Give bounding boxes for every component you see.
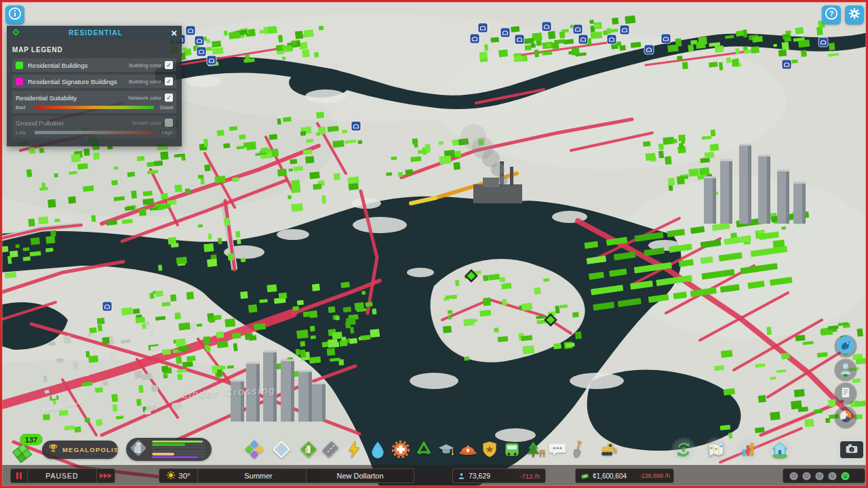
help-button[interactable]: ? [822, 5, 841, 24]
temperature-value: 30° [178, 472, 190, 480]
bridge-marker-icon [542, 22, 551, 31]
transportation-icon[interactable] [502, 439, 522, 460]
money-rate: -138,699 /h [639, 472, 670, 479]
happiness-face-neutral-icon [802, 471, 812, 481]
demand-panel[interactable] [126, 438, 212, 461]
chirper-button[interactable] [834, 335, 857, 358]
time-controls: PAUSED [10, 468, 115, 483]
electricity-icon[interactable] [344, 439, 364, 460]
happiness-face-neutral-icon [814, 471, 825, 481]
weather-panel[interactable]: 30° Summer [159, 468, 319, 483]
garbage-icon[interactable] [414, 439, 434, 460]
signature-checkbox[interactable]: ✓ [165, 77, 173, 85]
pollution-checkbox[interactable] [165, 119, 173, 127]
money-panel[interactable]: ¢1,600,604 -138,699 /h [575, 468, 674, 483]
bridge-marker-icon [644, 45, 654, 54]
signature-buildings-icon[interactable] [298, 439, 319, 460]
population-rate: -712 /h [519, 472, 540, 480]
education-icon[interactable] [436, 439, 456, 460]
radio-icon [837, 408, 854, 427]
zoning-icon[interactable] [244, 439, 264, 460]
money-icon [580, 472, 589, 481]
bridge-marker-icon [620, 25, 629, 35]
status-bar: PAUSED 30° Summer New Dollarton 73,629 [2, 465, 866, 486]
happiness-face-neutral-icon [827, 471, 837, 481]
game-screen: Linden Crossing Evergreen Street ? RESID… [0, 0, 868, 488]
settings-button[interactable] [845, 5, 864, 24]
demand-bar-commercial [152, 450, 205, 452]
camera-icon [844, 441, 859, 459]
statistics-icon[interactable] [738, 439, 758, 460]
happiness-face-neutral-icon [789, 471, 799, 481]
parks-recreation-icon[interactable] [526, 439, 546, 460]
svg-text:¢: ¢ [682, 446, 686, 453]
infoviews-icon[interactable] [706, 439, 726, 460]
bridge-marker-icon [500, 28, 510, 37]
water-sewage-icon[interactable] [368, 439, 388, 460]
xp-badge: 137 [20, 434, 43, 445]
bridge-marker-icon [782, 60, 791, 69]
question-icon: ? [824, 6, 839, 24]
bridge-marker-icon [578, 35, 588, 44]
radio-button[interactable] [834, 406, 857, 429]
demand-building-icon [129, 439, 148, 460]
bridge-marker-icon [515, 35, 524, 44]
bulldozer-icon[interactable] [598, 439, 618, 460]
journal-button[interactable] [834, 382, 857, 405]
legend-row-residential-buildings: Residential Buildings Building color ✓ [12, 58, 176, 72]
trophy-icon [47, 443, 59, 457]
communications-icon[interactable] [547, 439, 568, 460]
city-name-panel[interactable]: New Dollarton [306, 468, 414, 483]
info-button[interactable] [5, 5, 24, 24]
citizens-button[interactable] [834, 359, 857, 382]
milestone-name: MEGALOPOLIS [62, 446, 119, 453]
citizens-icon [837, 361, 854, 380]
simulation-state-label: PAUSED [28, 472, 96, 480]
bridge-marker-icon [197, 47, 206, 56]
demand-bar-residential-high [152, 447, 205, 449]
legend-row-suitability: Residential Suitability Network color ✓ … [12, 91, 176, 113]
happiness-panel[interactable] [783, 468, 865, 483]
population-panel[interactable]: 73,629 -712 /h [452, 468, 546, 483]
map-legend-panel: RESIDENTIAL × MAP LEGEND Residential Bui… [7, 26, 182, 146]
happiness-face-happy-icon [840, 471, 850, 481]
zoning-diamond-icon [12, 27, 20, 39]
svg-text:?: ? [829, 9, 834, 18]
speed-button[interactable] [97, 469, 115, 483]
bridge-marker-icon [186, 26, 195, 35]
photo-mode-button[interactable] [840, 441, 863, 458]
milestone-button[interactable]: MEGALOPOLIS [42, 441, 118, 459]
suitability-checkbox[interactable]: ✓ [165, 94, 173, 102]
demand-bar-residential-low [152, 441, 205, 443]
gear-icon [847, 6, 862, 24]
bridge-marker-icon [351, 121, 361, 131]
demand-bar-office [152, 456, 205, 458]
police-icon[interactable] [479, 439, 500, 460]
legend-row-signature-buildings: Residential Signature Buildings Building… [12, 75, 176, 88]
landscaping-icon[interactable] [568, 439, 588, 460]
journal-icon [837, 384, 854, 403]
bridge-marker-icon [573, 24, 583, 34]
legend-title: RESIDENTIAL [20, 29, 171, 37]
signature-swatch [16, 78, 23, 85]
suitability-gradient [35, 106, 154, 109]
healthcare-icon[interactable] [391, 439, 411, 460]
fire-rescue-icon[interactable] [458, 439, 478, 460]
info-icon [7, 6, 22, 24]
close-icon[interactable]: × [171, 28, 177, 38]
residential-checkbox[interactable]: ✓ [165, 61, 173, 69]
map-tiles-icon[interactable] [9, 441, 37, 468]
city-information-icon[interactable] [770, 439, 790, 460]
economy-icon[interactable]: ¢ [673, 439, 694, 460]
roads-icon[interactable] [320, 439, 340, 460]
city-name: New Dollarton [307, 472, 414, 480]
bridge-marker-icon [207, 56, 216, 65]
pause-button[interactable] [11, 469, 27, 483]
chirper-icon [835, 335, 856, 358]
population-icon [458, 472, 465, 480]
bridge-marker-icon [470, 34, 479, 43]
legend-section-title: MAP LEGEND [12, 46, 176, 54]
bridge-marker-icon [478, 23, 488, 33]
areas-icon[interactable] [271, 439, 292, 460]
residential-swatch [16, 62, 23, 69]
